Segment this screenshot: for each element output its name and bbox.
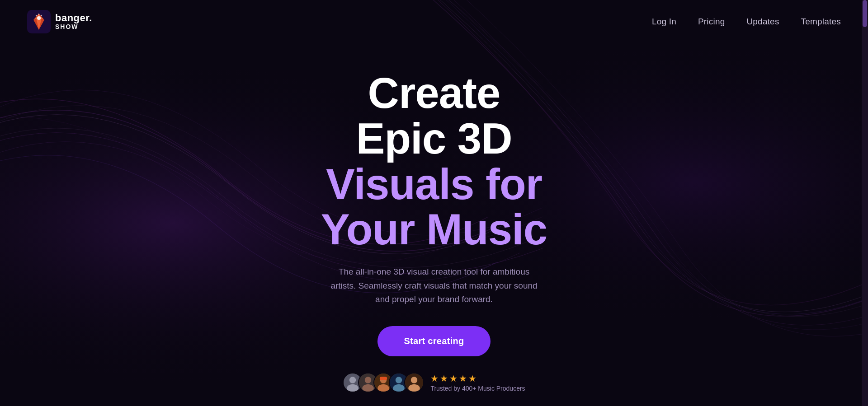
nav-item-login[interactable]: Log In [652, 17, 676, 27]
hero-title-line4: Your Music [321, 207, 547, 252]
svg-rect-19 [380, 377, 387, 380]
hero-subtitle: The all-in-one 3D visual creation tool f… [326, 265, 542, 306]
social-proof: ★ ★ ★ ★ ★ Trusted by 400+ Music Producer… [343, 373, 525, 392]
trusted-label: Trusted by 400+ Music Producers [430, 385, 525, 392]
nav-item-updates[interactable]: Updates [746, 17, 779, 27]
pricing-link[interactable]: Pricing [698, 17, 725, 26]
svg-point-6 [37, 16, 41, 20]
nav-item-pricing[interactable]: Pricing [698, 17, 725, 27]
hero-title-line1: Create [321, 70, 547, 116]
avatar-group [343, 373, 424, 392]
star-1: ★ [430, 373, 439, 384]
updates-link[interactable]: Updates [746, 17, 779, 26]
nav-links: Log In Pricing Updates Templates [652, 17, 841, 27]
login-link[interactable]: Log In [652, 17, 676, 26]
templates-link[interactable]: Templates [801, 17, 841, 26]
svg-point-11 [349, 377, 356, 384]
hero-title-line2: Epic 3D [321, 116, 547, 162]
svg-point-24 [411, 377, 418, 384]
navbar: banger. SHOW Log In Pricing Updates Temp… [0, 0, 868, 43]
star-3: ★ [449, 373, 458, 384]
avatar [404, 373, 424, 392]
start-creating-button[interactable]: Start creating [377, 326, 490, 356]
star-5: ★ [468, 373, 476, 384]
svg-point-21 [396, 377, 402, 384]
star-rating: ★ ★ ★ ★ ★ [430, 373, 476, 384]
logo-brand: banger. [55, 13, 92, 23]
logo[interactable]: banger. SHOW [27, 10, 92, 33]
hero-section: Create Epic 3D Visuals for Your Music Th… [0, 70, 868, 392]
scrollbar[interactable] [862, 0, 868, 406]
svg-point-14 [365, 377, 372, 384]
hero-title-line3: Visuals for [321, 162, 547, 207]
nav-item-templates[interactable]: Templates [801, 17, 841, 27]
logo-sub: SHOW [55, 23, 92, 30]
scrollbar-thumb[interactable] [863, 0, 867, 27]
proof-text: ★ ★ ★ ★ ★ Trusted by 400+ Music Producer… [430, 373, 525, 392]
logo-icon [27, 10, 51, 33]
star-4: ★ [459, 373, 467, 384]
hero-title: Create Epic 3D Visuals for Your Music [321, 70, 547, 252]
star-2: ★ [440, 373, 448, 384]
